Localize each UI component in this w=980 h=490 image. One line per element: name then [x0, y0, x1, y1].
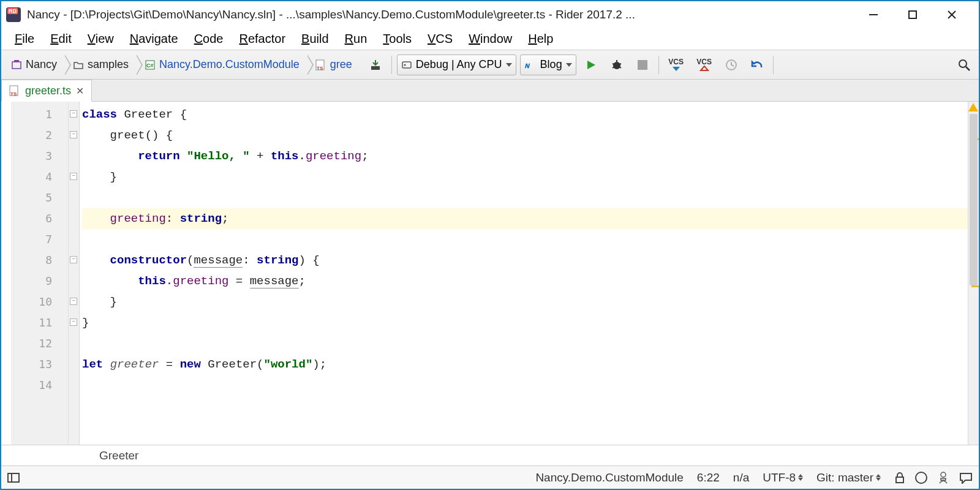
vcs-label: VCS: [668, 58, 684, 66]
caret-position[interactable]: 6:22: [697, 471, 720, 484]
ts-file-icon: TS: [9, 85, 20, 96]
vcs-commit-button[interactable]: VCS: [692, 55, 717, 75]
svg-line-16: [612, 64, 614, 64]
close-tab-button[interactable]: ✕: [76, 85, 84, 97]
stripe-mark[interactable]: [971, 285, 979, 287]
svg-point-14: [613, 62, 620, 69]
build-button[interactable]: [364, 55, 386, 75]
close-button[interactable]: [943, 6, 960, 23]
code-line[interactable]: }: [82, 312, 968, 333]
search-button[interactable]: [953, 55, 975, 75]
fold-marker[interactable]: −: [70, 256, 77, 263]
vcs-label: VCS: [696, 58, 712, 66]
svg-rect-27: [941, 478, 946, 480]
breadcrumbs: NancysamplesC#Nancy.Demo.CustomModuleTSg…: [5, 55, 361, 75]
fold-marker[interactable]: −: [70, 110, 77, 118]
menu-window[interactable]: Window: [461, 29, 519, 48]
breadcrumb-label: Nancy.Demo.CustomModule: [159, 58, 300, 71]
separator: [391, 56, 392, 74]
fold-marker[interactable]: −: [70, 173, 77, 180]
debug-button[interactable]: [606, 55, 628, 75]
menu-run[interactable]: Run: [337, 29, 375, 48]
fold-marker[interactable]: −: [70, 298, 77, 305]
git-branch-selector[interactable]: Git: master: [816, 471, 881, 484]
code-line[interactable]: greeting: string;: [82, 208, 968, 229]
tool-windows-button[interactable]: [7, 473, 20, 483]
csproj-icon: C#: [145, 59, 156, 70]
menu-view[interactable]: View: [80, 29, 121, 48]
project-indicator[interactable]: Nancy.Demo.CustomModule: [535, 471, 683, 484]
warning-marker-icon: [968, 103, 978, 111]
encoding-selector[interactable]: UTF-8: [763, 471, 803, 484]
separator: [658, 56, 659, 74]
maximize-button[interactable]: [904, 6, 921, 23]
undo-button[interactable]: [746, 55, 768, 75]
tab-greeter-ts[interactable]: TS greeter.ts ✕: [1, 80, 92, 102]
menu-refactor[interactable]: Refactor: [232, 29, 293, 48]
svg-text:C#: C#: [146, 62, 154, 69]
menu-file[interactable]: File: [7, 29, 42, 48]
menu-navigate[interactable]: Navigate: [123, 29, 186, 48]
menu-vcs[interactable]: VCS: [420, 29, 460, 48]
insert-mode[interactable]: n/a: [733, 471, 749, 484]
fold-marker[interactable]: −: [70, 318, 77, 326]
fold-gutter: −−−−−−: [69, 102, 80, 445]
svg-point-12: [404, 64, 405, 66]
window-title: Nancy - [D:\Projects\Git\Demo\Nancy\Nanc…: [27, 8, 865, 21]
code-line[interactable]: [82, 333, 968, 354]
code-line[interactable]: class Greeter {: [82, 104, 968, 125]
updown-icon: [798, 474, 803, 481]
encoding-label: UTF-8: [763, 471, 796, 484]
statusbar: Nancy.Demo.CustomModule 6:22 n/a UTF-8 G…: [1, 466, 979, 489]
menu-code[interactable]: Code: [187, 29, 231, 48]
breadcrumb-item[interactable]: samples: [61, 55, 137, 75]
ts-icon: TS: [315, 59, 326, 70]
menubar: FileEditViewNavigateCodeRefactorBuildRun…: [1, 28, 979, 50]
code-line[interactable]: return "Hello, " + this.greeting;: [82, 146, 968, 167]
run-config-label: Blog: [540, 58, 562, 71]
code-line[interactable]: }: [82, 292, 968, 312]
line-numbers: 1234567891011121314: [11, 102, 69, 445]
code-line[interactable]: [82, 229, 968, 250]
minimize-button[interactable]: [865, 6, 882, 23]
tab-label: greeter.ts: [25, 85, 71, 97]
code-line[interactable]: this.greeting = message;: [82, 271, 968, 292]
code-editor[interactable]: 1234567891011121314 −−−−−− class Greeter…: [1, 102, 979, 445]
code-line[interactable]: let greeter = new Greeter("world");: [82, 354, 968, 375]
svg-point-21: [959, 60, 967, 67]
menu-help[interactable]: Help: [521, 29, 560, 48]
code-line[interactable]: }: [82, 167, 968, 187]
inspector-icon[interactable]: [937, 471, 949, 484]
run-config-combo[interactable]: ɴ Blog: [520, 55, 576, 75]
vcs-history-button[interactable]: [720, 55, 742, 75]
code-line[interactable]: [82, 375, 968, 396]
scrollbar[interactable]: [968, 102, 979, 445]
feedback-icon[interactable]: [959, 472, 973, 484]
svg-text:TS: TS: [10, 91, 17, 96]
folder-icon: [73, 59, 84, 70]
code-body[interactable]: class Greeter { greet() { return "Hello,…: [80, 102, 968, 445]
process-indicator-icon[interactable]: [915, 472, 927, 484]
breadcrumb-item[interactable]: C#Nancy.Demo.CustomModule: [132, 55, 308, 75]
stop-button[interactable]: [631, 55, 654, 75]
build-config-combo[interactable]: Debug | Any CPU: [397, 55, 516, 75]
breadcrumb-item[interactable]: Nancy: [5, 55, 66, 75]
menu-tools[interactable]: Tools: [375, 29, 419, 48]
breadcrumb-label: samples: [88, 58, 129, 71]
svg-rect-10: [371, 66, 380, 70]
updown-icon: [876, 474, 881, 481]
svg-text:TS: TS: [317, 66, 323, 70]
vcs-update-button[interactable]: VCS: [664, 55, 688, 75]
fold-marker[interactable]: −: [70, 131, 77, 138]
menu-build[interactable]: Build: [294, 29, 336, 48]
scrollbar-thumb[interactable]: [970, 114, 978, 285]
lock-icon[interactable]: [894, 472, 905, 484]
build-config-label: Debug | Any CPU: [416, 58, 502, 71]
breadcrumb-label: Nancy: [26, 58, 57, 71]
code-line[interactable]: [82, 187, 968, 208]
run-button[interactable]: [580, 55, 602, 75]
code-line[interactable]: greet() {: [82, 125, 968, 146]
structure-breadcrumb[interactable]: Greeter: [1, 445, 979, 466]
code-line[interactable]: constructor(message: string) {: [82, 250, 968, 271]
menu-edit[interactable]: Edit: [43, 29, 78, 48]
